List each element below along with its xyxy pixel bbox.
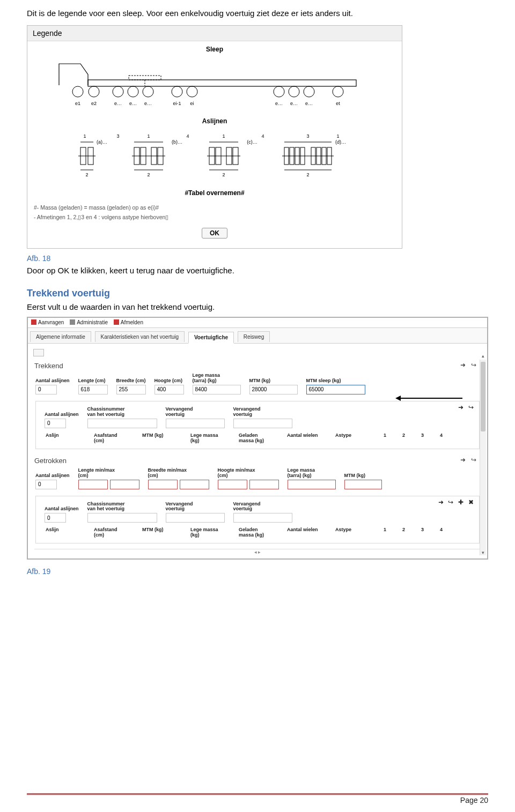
scroll-down-icon[interactable]: ▾ [480, 550, 486, 556]
sleep-label: Sleep [27, 46, 402, 53]
export-icon[interactable]: ↪ [448, 498, 455, 506]
input-vervangend-2[interactable] [233, 419, 292, 428]
label-g-mtm: MTM (kg) [344, 473, 382, 479]
g-col-lege-massa: Lege massa (kg) [190, 527, 223, 538]
col-2: 2 [402, 433, 405, 443]
horizontal-scrollbar[interactable]: ◂ ▸ [34, 549, 481, 555]
input-lege-massa[interactable] [193, 385, 241, 394]
label-mtm-sleep: MTM sleep (kg) [306, 378, 349, 384]
export-icon[interactable]: ↪ [468, 404, 476, 411]
input-g-aantal-aslijnen[interactable] [35, 480, 57, 489]
g-col-astype: Astype [335, 527, 367, 538]
menu-afmelden[interactable]: Afmelden [114, 319, 143, 325]
afb-18-label: Afb. 18 [27, 254, 488, 263]
input-aantal-aslijnen[interactable] [35, 385, 57, 394]
g-col-2: 2 [402, 527, 405, 538]
trekkend-paragraph: Eerst vult u de waarden in van het trekk… [27, 302, 488, 311]
tabs-row: Algemene informatie Karakteristieken van… [28, 328, 487, 344]
input-g-mtm[interactable] [344, 480, 382, 489]
svg-point-13 [333, 86, 343, 97]
menu-bar: Aanvragen Administratie Afmelden [28, 318, 487, 329]
label-chassisnummer: Chassisnummer van het voertuig [87, 407, 130, 418]
col-lege-massa: Lege massa (kg) [190, 433, 223, 443]
remove-icon[interactable]: ✖ [468, 498, 476, 506]
label-g-sub-aantal: Aantal aslijnen [45, 506, 79, 512]
svg-text:(c)…: (c)… [247, 139, 258, 145]
svg-text:e…: e… [290, 101, 298, 106]
label-vervangend-2: Vervangend voertuig [233, 407, 276, 418]
svg-text:3: 3 [116, 133, 119, 139]
input-sub-aantal-aslijnen[interactable] [45, 419, 66, 428]
svg-text:2: 2 [85, 172, 88, 177]
input-vervangend-1[interactable] [166, 419, 225, 428]
g-col-mtm: MTM (kg) [142, 527, 174, 538]
document-icon [31, 319, 36, 325]
logout-icon [114, 319, 119, 325]
svg-text:1: 1 [147, 133, 150, 139]
input-g-lengte-min[interactable] [78, 480, 108, 489]
svg-text:(d)…: (d)… [335, 139, 346, 145]
input-mtm[interactable] [249, 385, 298, 394]
svg-rect-0 [88, 80, 356, 86]
aslijnen-label: Aslijnen [27, 117, 402, 125]
label-breedte: Breedte (cm) [116, 378, 146, 384]
svg-point-4 [89, 86, 99, 97]
svg-text:3: 3 [306, 133, 309, 139]
import-icon[interactable]: ➜ [460, 456, 468, 464]
input-g-lengte-max[interactable] [110, 480, 139, 489]
svg-text:e1: e1 [75, 101, 80, 106]
input-g-sub-aantal[interactable] [45, 513, 66, 523]
svg-text:ei: ei [190, 101, 194, 106]
tab-karakteristieken[interactable]: Karakteristieken van het voertuig [95, 331, 185, 342]
tab-reisweg[interactable]: Reisweg [238, 331, 270, 342]
svg-point-12 [304, 86, 314, 97]
tab-voertuigfiche[interactable]: Voertuigfiche [188, 332, 234, 344]
g-col-geladen-massa: Geladen massa (kg) [239, 527, 271, 538]
input-g-breedte-min[interactable] [148, 480, 178, 489]
col-1: 1 [384, 433, 386, 443]
svg-text:e…: e… [275, 101, 283, 106]
input-breedte[interactable] [116, 385, 146, 394]
input-g-verv-2[interactable] [233, 513, 292, 523]
svg-point-11 [289, 86, 299, 97]
label-aantal-aslijnen: Aantal aslijnen [35, 378, 70, 384]
col-aslijn: Aslijn [46, 433, 78, 443]
svg-text:e…: e… [144, 101, 152, 106]
add-icon[interactable]: ✚ [458, 498, 466, 506]
scroll-up-icon[interactable]: ▴ [480, 353, 486, 360]
label-g-verv-1: Vervangend voertuig [166, 502, 209, 512]
svg-text:e2: e2 [91, 101, 97, 106]
view-toggle-button[interactable] [33, 349, 44, 356]
menu-administratie[interactable]: Administratie [70, 319, 108, 325]
input-lengte[interactable] [78, 385, 108, 394]
tab-algemene-informatie[interactable]: Algemene informatie [30, 331, 91, 342]
input-g-hoogte-min[interactable] [218, 480, 247, 489]
input-g-lege[interactable] [288, 480, 336, 489]
ok-paragraph: Door op OK te klikken, keert u terug naa… [27, 266, 488, 275]
svg-text:e…: e… [114, 101, 122, 106]
svg-point-7 [143, 86, 153, 97]
import-icon[interactable]: ➜ [458, 404, 466, 411]
menu-aanvragen[interactable]: Aanvragen [31, 319, 64, 325]
input-chassisnummer[interactable] [87, 419, 157, 428]
svg-point-3 [72, 86, 83, 97]
ok-button[interactable]: OK [202, 228, 227, 239]
svg-text:e…: e… [129, 101, 137, 106]
sleep-diagram: e1 e2 e… e… e… ei-1 ei e… e… e… et [48, 54, 381, 113]
input-g-hoogte-max[interactable] [249, 480, 279, 489]
trekkend-section-header: Trekkend ➜ ↪ [31, 360, 484, 372]
label-sub-aantal-aslijnen: Aantal aslijnen [45, 412, 79, 418]
input-hoogte[interactable] [154, 385, 184, 394]
import-icon[interactable]: ➜ [460, 361, 468, 369]
import-icon[interactable]: ➜ [438, 498, 446, 506]
svg-text:et: et [336, 101, 340, 106]
input-g-breedte-max[interactable] [180, 480, 209, 489]
input-mtm-sleep[interactable] [306, 385, 365, 394]
input-g-chassis[interactable] [87, 513, 157, 523]
input-g-verv-1[interactable] [166, 513, 225, 523]
col-mtm: MTM (kg) [142, 433, 174, 443]
export-icon[interactable]: ↪ [471, 361, 479, 369]
trekkend-sub-block: ➜ ↪ Aantal aslijnen Chassisnummer van he… [35, 401, 480, 449]
export-icon[interactable]: ↪ [471, 456, 479, 464]
label-g-breedte: Breedte min/max (cm) [148, 468, 191, 479]
